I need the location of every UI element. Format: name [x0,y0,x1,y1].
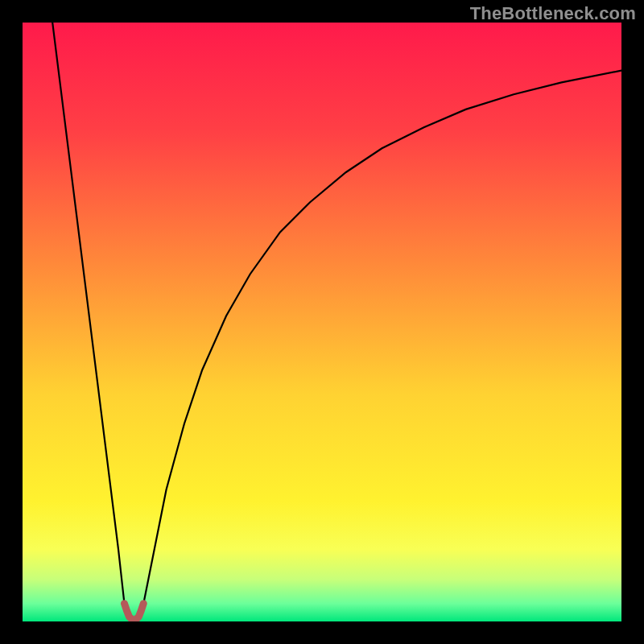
plot-area [23,23,621,621]
valley-marker [124,604,143,621]
curve-right-branch [143,71,621,604]
curve-left-branch [52,23,124,604]
watermark-text: TheBottleneck.com [470,3,636,24]
chart-frame: TheBottleneck.com [0,0,644,644]
chart-curves [23,23,621,621]
